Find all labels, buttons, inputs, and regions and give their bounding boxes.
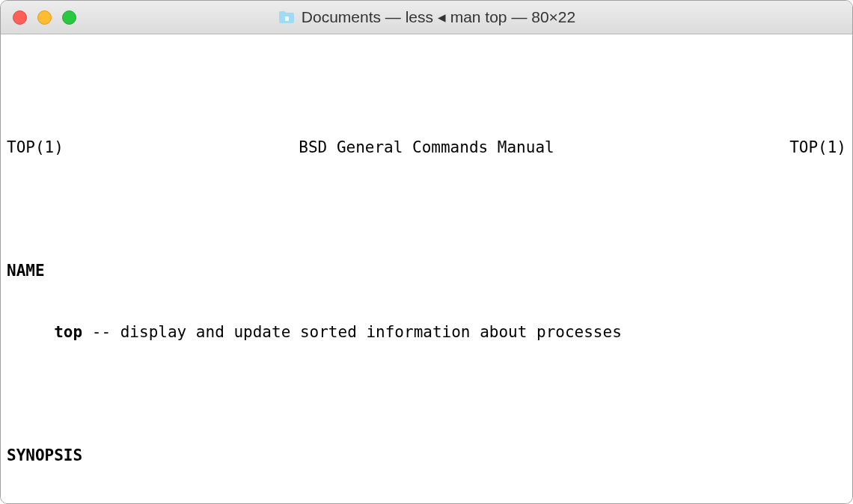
window-title-text: Documents — less ◂ man top — 80×22 [302,8,575,26]
zoom-button[interactable] [62,10,76,25]
man-header-right: TOP(1) [789,138,846,159]
window-controls [1,10,76,25]
terminal-window: Documents — less ◂ man top — 80×22 TOP(1… [0,0,853,504]
man-header-left: TOP(1) [7,138,64,159]
window-titlebar: Documents — less ◂ man top — 80×22 [1,1,852,34]
close-button[interactable] [13,10,27,25]
section-heading-synopsis: SYNOPSIS [7,446,846,467]
folder-icon [278,10,296,25]
terminal-content[interactable]: TOP(1) BSD General Commands Manual TOP(1… [1,34,852,503]
cmd-name: top [54,322,82,343]
window-title: Documents — less ◂ man top — 80×22 [1,8,852,26]
man-header-row: TOP(1) BSD General Commands Manual TOP(1… [7,138,846,159]
name-line: top -- display and update sorted informa… [7,322,846,343]
section-heading-name: NAME [7,261,846,282]
svg-rect-0 [285,16,289,21]
cmd-desc: -- display and update sorted information… [82,322,622,343]
man-header-center: BSD General Commands Manual [299,138,554,159]
minimize-button[interactable] [37,10,52,25]
